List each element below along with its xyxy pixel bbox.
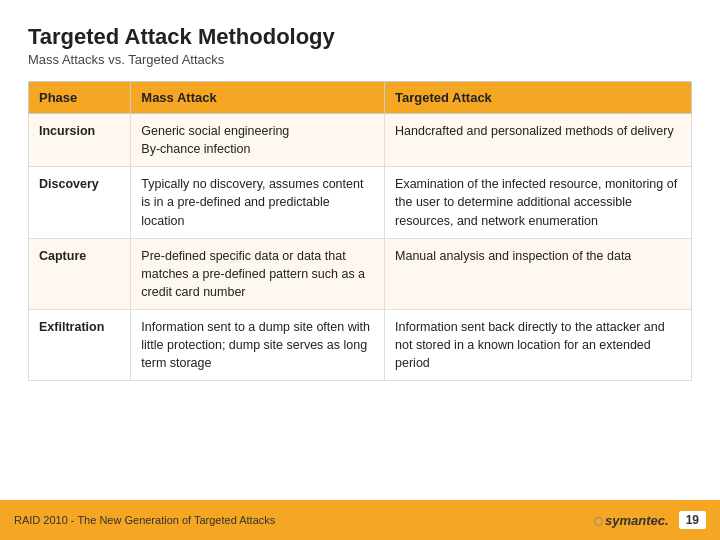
footer: RAID 2010 - The New Generation of Target… xyxy=(0,500,720,540)
page-title: Targeted Attack Methodology xyxy=(28,24,692,50)
table-row: ExfiltrationInformation sent to a dump s… xyxy=(29,310,692,381)
table-row: CapturePre-defined specific data or data… xyxy=(29,238,692,309)
col-header-targeted: Targeted Attack xyxy=(385,82,692,114)
cell-phase: Exfiltration xyxy=(29,310,131,381)
page: Targeted Attack Methodology Mass Attacks… xyxy=(0,0,720,540)
footer-logo: symantec. xyxy=(594,513,669,528)
page-subtitle: Mass Attacks vs. Targeted Attacks xyxy=(28,52,692,67)
cell-targeted-attack: Information sent back directly to the at… xyxy=(385,310,692,381)
col-header-mass: Mass Attack xyxy=(131,82,385,114)
col-header-phase: Phase xyxy=(29,82,131,114)
footer-text: RAID 2010 - The New Generation of Target… xyxy=(14,514,275,526)
cell-targeted-attack: Examination of the infected resource, mo… xyxy=(385,167,692,238)
symantec-dot-icon xyxy=(594,517,603,526)
comparison-table: Phase Mass Attack Targeted Attack Incurs… xyxy=(28,81,692,381)
footer-page-number: 19 xyxy=(679,511,706,529)
cell-targeted-attack: Manual analysis and inspection of the da… xyxy=(385,238,692,309)
cell-phase: Discovery xyxy=(29,167,131,238)
cell-phase: Capture xyxy=(29,238,131,309)
cell-phase: Incursion xyxy=(29,114,131,167)
cell-mass-attack: Pre-defined specific data or data that m… xyxy=(131,238,385,309)
cell-mass-attack: Generic social engineering By-chance inf… xyxy=(131,114,385,167)
table-row: IncursionGeneric social engineering By-c… xyxy=(29,114,692,167)
table-row: DiscoveryTypically no discovery, assumes… xyxy=(29,167,692,238)
cell-targeted-attack: Handcrafted and personalized methods of … xyxy=(385,114,692,167)
cell-mass-attack: Information sent to a dump site often wi… xyxy=(131,310,385,381)
footer-right: symantec. 19 xyxy=(594,511,706,529)
cell-mass-attack: Typically no discovery, assumes content … xyxy=(131,167,385,238)
